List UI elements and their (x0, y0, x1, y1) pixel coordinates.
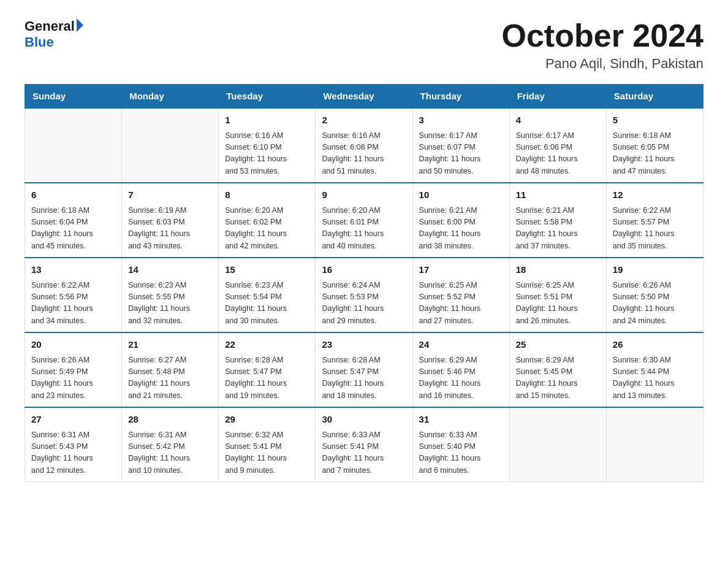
day-number: 11 (516, 188, 600, 202)
calendar-cell: 18Sunrise: 6:25 AM Sunset: 5:51 PM Dayli… (509, 258, 606, 332)
calendar-cell (25, 108, 122, 183)
day-info: Sunrise: 6:25 AM Sunset: 5:51 PM Dayligh… (516, 280, 600, 327)
calendar-day-header: Saturday (606, 85, 703, 109)
calendar-header-row: SundayMondayTuesdayWednesdayThursdayFrid… (25, 85, 703, 109)
calendar-cell: 4Sunrise: 6:17 AM Sunset: 6:06 PM Daylig… (509, 108, 606, 183)
page-header: General Blue October 2024 Pano Aqil, Sin… (25, 18, 703, 72)
day-number: 3 (419, 113, 503, 128)
day-info: Sunrise: 6:22 AM Sunset: 5:56 PM Dayligh… (31, 280, 115, 327)
day-number: 10 (419, 188, 503, 202)
calendar-cell: 6Sunrise: 6:18 AM Sunset: 6:04 PM Daylig… (25, 183, 122, 258)
calendar-cell: 26Sunrise: 6:30 AM Sunset: 5:44 PM Dayli… (606, 332, 703, 407)
day-info: Sunrise: 6:29 AM Sunset: 5:46 PM Dayligh… (419, 354, 503, 402)
calendar-cell: 12Sunrise: 6:22 AM Sunset: 5:57 PM Dayli… (606, 183, 703, 258)
day-number: 24 (419, 338, 503, 352)
calendar-week-row: 20Sunrise: 6:26 AM Sunset: 5:49 PM Dayli… (25, 332, 703, 407)
day-number: 21 (128, 338, 212, 352)
day-info: Sunrise: 6:23 AM Sunset: 5:55 PM Dayligh… (128, 280, 212, 327)
day-number: 28 (128, 413, 212, 427)
calendar-cell: 23Sunrise: 6:28 AM Sunset: 5:47 PM Dayli… (316, 332, 412, 407)
calendar-cell: 13Sunrise: 6:22 AM Sunset: 5:56 PM Dayli… (25, 258, 122, 332)
day-number: 8 (225, 188, 309, 202)
day-number: 25 (516, 338, 600, 352)
day-number: 20 (31, 338, 115, 352)
day-info: Sunrise: 6:17 AM Sunset: 6:06 PM Dayligh… (516, 130, 600, 178)
calendar-cell: 25Sunrise: 6:29 AM Sunset: 5:45 PM Dayli… (509, 332, 606, 407)
calendar-cell: 5Sunrise: 6:18 AM Sunset: 6:05 PM Daylig… (606, 108, 703, 183)
calendar-table: SundayMondayTuesdayWednesdayThursdayFrid… (25, 84, 703, 482)
day-number: 1 (225, 113, 309, 128)
calendar-cell: 22Sunrise: 6:28 AM Sunset: 5:47 PM Dayli… (219, 332, 316, 407)
calendar-day-header: Tuesday (219, 85, 316, 109)
calendar-cell (122, 108, 219, 183)
day-number: 2 (322, 113, 406, 128)
day-number: 7 (128, 188, 212, 202)
day-info: Sunrise: 6:23 AM Sunset: 5:54 PM Dayligh… (225, 280, 309, 327)
day-info: Sunrise: 6:24 AM Sunset: 5:53 PM Dayligh… (322, 280, 406, 327)
calendar-day-header: Friday (509, 85, 606, 109)
day-number: 12 (613, 188, 697, 202)
calendar-week-row: 27Sunrise: 6:31 AM Sunset: 5:43 PM Dayli… (25, 407, 703, 482)
calendar-cell: 17Sunrise: 6:25 AM Sunset: 5:52 PM Dayli… (412, 258, 509, 332)
day-info: Sunrise: 6:22 AM Sunset: 5:57 PM Dayligh… (613, 205, 697, 253)
day-number: 27 (31, 413, 115, 427)
calendar-subtitle: Pano Aqil, Sindh, Pakistan (502, 56, 704, 72)
day-number: 23 (322, 338, 406, 352)
calendar-day-header: Monday (122, 85, 219, 109)
day-info: Sunrise: 6:28 AM Sunset: 5:47 PM Dayligh… (225, 354, 309, 402)
calendar-cell (509, 407, 606, 482)
title-block: October 2024 Pano Aqil, Sindh, Pakistan (502, 18, 704, 72)
day-info: Sunrise: 6:20 AM Sunset: 6:02 PM Dayligh… (225, 205, 309, 253)
calendar-week-row: 13Sunrise: 6:22 AM Sunset: 5:56 PM Dayli… (25, 258, 703, 332)
day-number: 4 (516, 113, 600, 128)
day-info: Sunrise: 6:21 AM Sunset: 5:58 PM Dayligh… (516, 205, 600, 253)
calendar-cell: 3Sunrise: 6:17 AM Sunset: 6:07 PM Daylig… (412, 108, 509, 183)
day-info: Sunrise: 6:31 AM Sunset: 5:42 PM Dayligh… (128, 429, 212, 477)
logo-general-text: General (25, 18, 75, 34)
day-info: Sunrise: 6:32 AM Sunset: 5:41 PM Dayligh… (225, 429, 309, 477)
day-number: 13 (31, 263, 115, 277)
day-info: Sunrise: 6:26 AM Sunset: 5:49 PM Dayligh… (31, 354, 115, 402)
day-info: Sunrise: 6:16 AM Sunset: 6:10 PM Dayligh… (225, 130, 309, 178)
day-info: Sunrise: 6:21 AM Sunset: 6:00 PM Dayligh… (419, 205, 503, 253)
calendar-week-row: 1Sunrise: 6:16 AM Sunset: 6:10 PM Daylig… (25, 108, 703, 183)
calendar-day-header: Wednesday (316, 85, 412, 109)
day-info: Sunrise: 6:28 AM Sunset: 5:47 PM Dayligh… (322, 354, 406, 402)
day-number: 26 (613, 338, 697, 352)
day-info: Sunrise: 6:20 AM Sunset: 6:01 PM Dayligh… (322, 205, 406, 253)
logo-blue-text: Blue (25, 34, 54, 50)
day-number: 14 (128, 263, 212, 277)
calendar-cell (606, 407, 703, 482)
day-number: 29 (225, 413, 309, 427)
day-info: Sunrise: 6:16 AM Sunset: 6:08 PM Dayligh… (322, 130, 406, 178)
calendar-cell: 7Sunrise: 6:19 AM Sunset: 6:03 PM Daylig… (122, 183, 219, 258)
calendar-cell: 2Sunrise: 6:16 AM Sunset: 6:08 PM Daylig… (316, 108, 412, 183)
calendar-cell: 14Sunrise: 6:23 AM Sunset: 5:55 PM Dayli… (122, 258, 219, 332)
calendar-week-row: 6Sunrise: 6:18 AM Sunset: 6:04 PM Daylig… (25, 183, 703, 258)
day-info: Sunrise: 6:29 AM Sunset: 5:45 PM Dayligh… (516, 354, 600, 402)
calendar-title: October 2024 (502, 18, 704, 53)
calendar-cell: 28Sunrise: 6:31 AM Sunset: 5:42 PM Dayli… (122, 407, 219, 482)
day-number: 19 (613, 263, 697, 277)
calendar-cell: 21Sunrise: 6:27 AM Sunset: 5:48 PM Dayli… (122, 332, 219, 407)
day-number: 6 (31, 188, 115, 202)
calendar-cell: 1Sunrise: 6:16 AM Sunset: 6:10 PM Daylig… (219, 108, 316, 183)
day-number: 16 (322, 263, 406, 277)
day-info: Sunrise: 6:27 AM Sunset: 5:48 PM Dayligh… (128, 354, 212, 402)
day-number: 9 (322, 188, 406, 202)
day-info: Sunrise: 6:30 AM Sunset: 5:44 PM Dayligh… (613, 354, 697, 402)
calendar-day-header: Sunday (25, 85, 122, 109)
calendar-cell: 20Sunrise: 6:26 AM Sunset: 5:49 PM Dayli… (25, 332, 122, 407)
calendar-cell: 9Sunrise: 6:20 AM Sunset: 6:01 PM Daylig… (316, 183, 412, 258)
day-info: Sunrise: 6:17 AM Sunset: 6:07 PM Dayligh… (419, 130, 503, 178)
day-info: Sunrise: 6:18 AM Sunset: 6:05 PM Dayligh… (613, 130, 697, 178)
day-info: Sunrise: 6:33 AM Sunset: 5:41 PM Dayligh… (322, 429, 406, 477)
logo: General Blue (25, 18, 83, 50)
calendar-cell: 31Sunrise: 6:33 AM Sunset: 5:40 PM Dayli… (412, 407, 509, 482)
day-number: 30 (322, 413, 406, 427)
day-info: Sunrise: 6:33 AM Sunset: 5:40 PM Dayligh… (419, 429, 503, 477)
day-number: 18 (516, 263, 600, 277)
calendar-cell: 19Sunrise: 6:26 AM Sunset: 5:50 PM Dayli… (606, 258, 703, 332)
calendar-cell: 15Sunrise: 6:23 AM Sunset: 5:54 PM Dayli… (219, 258, 316, 332)
calendar-cell: 11Sunrise: 6:21 AM Sunset: 5:58 PM Dayli… (509, 183, 606, 258)
